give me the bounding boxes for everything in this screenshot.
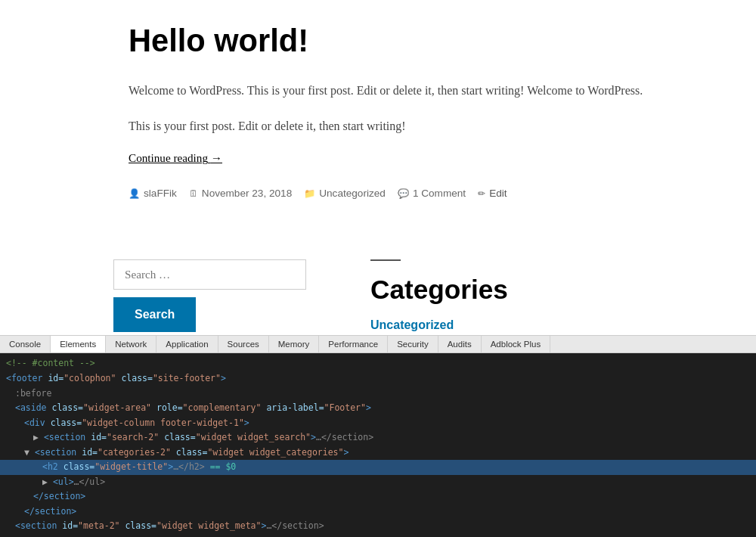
search-button[interactable]: Search (113, 297, 196, 332)
categories-divider (370, 259, 401, 261)
tab-security[interactable]: Security (388, 336, 438, 347)
meta-edit: ✏ Edit (478, 188, 507, 199)
tab-audits[interactable]: Audits (438, 336, 482, 347)
tab-application[interactable]: Application (156, 336, 218, 347)
meta-category: 📁 Uncategorized (304, 188, 386, 199)
post-body-line1: Welcome to WordPress. This is your first… (129, 80, 711, 101)
bottom-section: Search Categories Uncategorized (0, 244, 756, 347)
tab-adblock-plus[interactable]: Adblock Plus (482, 336, 550, 347)
category-icon: 📁 (304, 188, 315, 199)
meta-comments: 💬 1 Comment (398, 188, 466, 199)
edit-link[interactable]: Edit (489, 188, 507, 199)
tab-sources[interactable]: Sources (218, 336, 269, 347)
meta-author: 👤 slaFFik (129, 188, 177, 199)
tab-memory[interactable]: Memory (269, 336, 320, 347)
main-content: Hello world! Welcome to WordPress. This … (15, 0, 741, 244)
meta-date: 🗓 November 23, 2018 (189, 188, 292, 199)
comment-icon: 💬 (398, 188, 409, 199)
tab-console[interactable]: Console (0, 336, 51, 347)
edit-icon: ✏ (478, 188, 485, 199)
author-icon: 👤 (129, 188, 140, 199)
devtools-tabs: Console Elements Network Application Sou… (0, 336, 756, 347)
search-input[interactable] (113, 259, 306, 290)
post-title: Hello world! (129, 23, 711, 59)
tab-elements[interactable]: Elements (51, 336, 106, 347)
search-widget: Search (113, 259, 310, 332)
post-body-line2: This is your first post. Edit or delete … (129, 116, 711, 136)
post-meta: 👤 slaFFik 🗓 November 23, 2018 📁 Uncatego… (129, 188, 711, 199)
category-link[interactable]: Uncategorized (319, 188, 386, 199)
category-uncategorized-link[interactable]: Uncategorized (370, 318, 454, 331)
tab-performance[interactable]: Performance (319, 336, 388, 347)
tab-network[interactable]: Network (106, 336, 156, 347)
categories-widget: Categories Uncategorized (370, 259, 508, 332)
categories-title: Categories (370, 275, 508, 305)
devtools-panel: Console Elements Network Application Sou… (0, 335, 756, 347)
continue-reading-link[interactable]: Continue reading → (129, 151, 222, 165)
date-icon: 🗓 (189, 188, 198, 199)
